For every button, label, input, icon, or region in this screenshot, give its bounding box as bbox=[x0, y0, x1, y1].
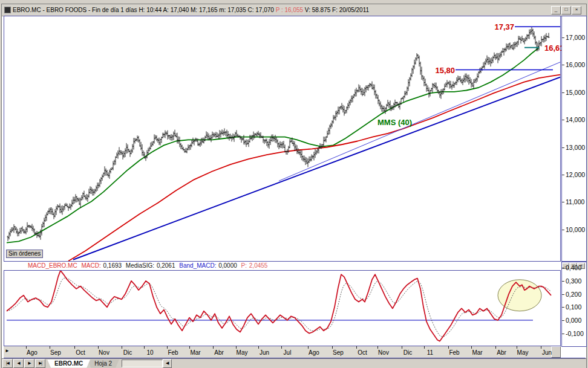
chart-title-text: EBRO.MC - EBRO FOODS - Fin de día 1 días… bbox=[13, 7, 369, 13]
band-macd-label: Band_MACD: bbox=[179, 262, 216, 269]
axis-corner-button[interactable] bbox=[551, 346, 561, 358]
time-axis-label: Jun bbox=[260, 349, 269, 356]
maximize-icon[interactable]: □ bbox=[561, 6, 571, 15]
price-axis-tick bbox=[562, 65, 564, 65]
time-axis-tick bbox=[281, 346, 282, 349]
mediasig-label: MediaSIG: bbox=[126, 262, 154, 269]
macd-axis-tick bbox=[562, 281, 564, 282]
time-axis-tick bbox=[471, 346, 472, 349]
time-axis-tick bbox=[167, 346, 168, 349]
time-axis-label: Nov bbox=[378, 349, 389, 356]
price-axis-tick bbox=[562, 92, 564, 93]
tab-ebro-mc[interactable]: EBRO.MC bbox=[47, 360, 90, 368]
time-axis-tick bbox=[258, 346, 259, 349]
macd-axis-label: 0,200 bbox=[566, 291, 581, 298]
macd-chart-panel[interactable] bbox=[4, 270, 561, 346]
sheet-tab-bar: |◀ ◀ ▶ ▶| EBRO.MC Hoja 2 ◀ bbox=[2, 358, 586, 368]
window-controls: _ □ × bbox=[551, 6, 581, 15]
macd-line bbox=[7, 271, 551, 341]
time-axis-label: Abr bbox=[497, 349, 506, 356]
tab-scrollbar-track[interactable] bbox=[122, 360, 163, 367]
close-icon[interactable]: × bbox=[572, 6, 581, 15]
time-axis-tick bbox=[213, 346, 214, 349]
resistance-label-17-37: 17,37 bbox=[489, 22, 514, 31]
last-sheet-button[interactable]: ▶| bbox=[35, 359, 45, 368]
time-axis-tick bbox=[144, 346, 145, 349]
series-linea-de-tendencia-secundaria bbox=[279, 62, 560, 181]
price-axis-tick bbox=[562, 147, 564, 148]
macd-axis-label: 0,000 bbox=[566, 317, 581, 324]
price-chart-panel[interactable]: 17,37 15,80 16,61 MMS (40) Sin órdenes bbox=[4, 16, 561, 262]
macd-chart-canvas[interactable] bbox=[4, 271, 560, 346]
tab-ebro-mc-label: EBRO.MC bbox=[54, 360, 83, 367]
price-axis-tick bbox=[562, 120, 564, 120]
chart-window-icon bbox=[4, 7, 11, 13]
time-axis-label: Ago bbox=[309, 349, 319, 356]
time-axis-tick bbox=[74, 346, 75, 349]
price-axis-tick bbox=[562, 37, 564, 38]
time-axis-label: Mar bbox=[472, 349, 482, 356]
time-axis-tick bbox=[308, 346, 309, 349]
price-axis: 17,00016,00015,00014,00013,00012,00011,0… bbox=[561, 16, 587, 262]
tab-scroll-left-button[interactable]: ◀ bbox=[163, 359, 172, 368]
macd-axis-label: -0,100 bbox=[566, 330, 584, 337]
prev-sheet-button[interactable]: ◀ bbox=[13, 359, 24, 368]
title-volume-date: V: 58.875 F: 20/05/2011 bbox=[305, 7, 369, 13]
time-axis-tick bbox=[189, 346, 190, 349]
macd-axis-label: 0,100 bbox=[566, 303, 581, 311]
time-axis-label: May bbox=[237, 349, 248, 356]
next-sheet-button[interactable]: ▶ bbox=[24, 359, 34, 368]
time-axis-label: Oct bbox=[76, 349, 85, 356]
time-axis-tick bbox=[402, 346, 402, 349]
macd-axis-tick bbox=[562, 268, 564, 268]
time-axis-tick bbox=[517, 346, 517, 349]
series-media-movil-larga bbox=[68, 75, 560, 261]
chart-title-bar[interactable]: EBRO.MC - EBRO FOODS - Fin de día 1 días… bbox=[2, 4, 586, 16]
price-axis-label: 17,000 bbox=[566, 34, 585, 41]
time-axis-label: Ago bbox=[27, 349, 38, 356]
macd-indicator-name: MACD_EBRO.MC bbox=[28, 262, 77, 269]
macd-header: MACD_EBRO.MC MACD: 0,1693 MediaSIG: 0,20… bbox=[4, 262, 560, 270]
macd-axis-label: 0,300 bbox=[566, 277, 581, 285]
price-axis-label: 10,000 bbox=[566, 226, 585, 233]
time-axis-label: Oct bbox=[358, 349, 367, 356]
title-last-price: P : 16,055 bbox=[276, 7, 303, 13]
macd-axis-tick bbox=[562, 307, 564, 308]
macd-signal-line bbox=[7, 278, 551, 337]
minimize-icon[interactable]: _ bbox=[551, 6, 561, 15]
app-window: EBRO.MC - EBRO FOODS - Fin de día 1 días… bbox=[1, 4, 587, 368]
title-symbol-ohlc: EBRO.MC - EBRO FOODS - Fin de día 1 días… bbox=[13, 7, 274, 13]
time-axis-label: Dic bbox=[123, 349, 132, 356]
price-axis-label: 12,000 bbox=[566, 171, 585, 178]
band-macd-value: 0,0000 bbox=[218, 262, 237, 269]
time-axis-label: Jul bbox=[284, 349, 292, 356]
time-axis-label: Jun bbox=[542, 349, 552, 356]
price-axis-label: 15,000 bbox=[566, 89, 585, 96]
time-axis-tick bbox=[448, 346, 449, 349]
time-axis-label: 11 bbox=[427, 349, 433, 356]
time-axis-arrow-icon[interactable]: ► bbox=[5, 348, 10, 353]
macd-label: MACD: bbox=[81, 262, 100, 269]
time-axis-tick bbox=[332, 346, 333, 349]
mediasig-value: 0,2061 bbox=[157, 262, 175, 269]
tab-hoja-2[interactable]: Hoja 2 bbox=[87, 360, 119, 368]
no-orders-badge: Sin órdenes bbox=[6, 250, 43, 258]
macd-p-label: P: bbox=[241, 262, 247, 269]
macd-axis-tick bbox=[562, 320, 564, 321]
macd-value: 0,1693 bbox=[103, 262, 122, 269]
first-sheet-button[interactable]: |◀ bbox=[2, 359, 13, 368]
ohlc-bars bbox=[7, 27, 550, 241]
mms-40-label: MMS (40) bbox=[377, 118, 412, 127]
time-axis-tick bbox=[26, 346, 27, 349]
price-chart-canvas[interactable] bbox=[4, 16, 560, 261]
time-axis-label: Feb bbox=[168, 349, 178, 356]
time-axis-tick bbox=[236, 346, 237, 349]
time-axis-tick bbox=[377, 346, 378, 349]
time-axis-tick bbox=[541, 346, 541, 349]
time-axis-label: Abr bbox=[214, 349, 224, 356]
macd-axis-label: 0,400 bbox=[566, 264, 581, 271]
time-axis-label: Sep bbox=[50, 349, 61, 356]
macd-axis-tick bbox=[562, 334, 564, 334]
series-linea-de-tendencia-principal bbox=[73, 77, 560, 260]
macd-axis-tick bbox=[562, 294, 564, 295]
